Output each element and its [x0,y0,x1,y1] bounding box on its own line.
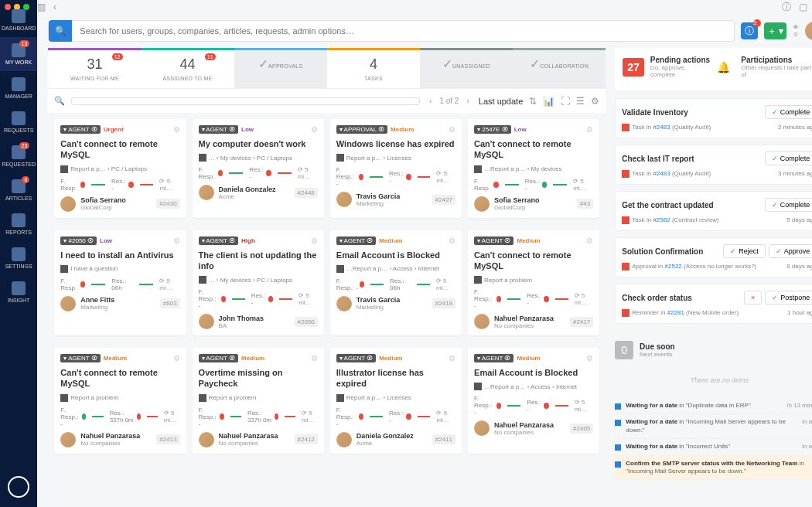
card-gear-icon[interactable]: ⚙ [449,125,455,134]
card-gear-icon[interactable]: ⚙ [173,354,180,362]
tab-assigned-to-me[interactable]: 44ASSIGNED TO ME11 [142,48,234,88]
event-row[interactable]: Confirm the SMTP server status with the … [615,456,812,481]
card-gear-icon[interactable]: ⚙ [173,236,180,245]
nav-label: MANAGER [5,94,32,99]
ticket-card[interactable]: ▾ AGENT ⦿Medium⚙Illustrator license has … [330,348,462,454]
ticket-card[interactable]: ▾ AGENT ⦿Urgent⚙Can't connect to remote … [54,119,186,218]
card-gear-icon[interactable]: ⚙ [586,354,593,362]
event-text: Waiting for a date in "Incoming Mail Ser… [626,418,797,434]
card-gear-icon[interactable]: ⚙ [449,354,455,362]
category-icon [199,154,206,162]
assignee-company: No companies [494,322,565,329]
card-gear-icon[interactable]: ⚙ [586,125,593,134]
card-breadcrumb: I have a question [60,265,179,273]
pending-actions-panel: 27 Pending actions Do, approve, complete… [615,48,812,90]
event-row[interactable]: Waiting for a date in "Incorrect Units"i… [615,439,812,455]
sidebar-item-requests[interactable]: REQUESTS [0,105,37,139]
ticket-card[interactable]: ▾ 2547E ⦿Low⚙Can't connect to remote MyS… [468,119,599,218]
pager[interactable]: ‹1 of 2› [426,95,473,107]
action-icon-button[interactable]: × [744,291,762,305]
action-postpone-button[interactable]: ✓Postpone [765,291,812,305]
sidebar-item-manager[interactable]: MANAGER [0,71,37,105]
user-avatar[interactable] [805,22,812,40]
sidebar-item-articles[interactable]: ARTICLES0 [0,173,37,207]
bell-icon: 🔔 [717,61,730,73]
gear-icon[interactable]: ⚙ [591,96,599,107]
tab-collaboration[interactable]: ✓COLLABORATION [513,48,606,88]
list-view-icon[interactable]: ☰ [576,96,585,107]
refresh-icon: ⟳ 5 mi… [436,277,455,291]
sidebar-item-reports[interactable]: REPORTS [0,207,37,241]
sidebar-item-requested[interactable]: REQUESTED23 [0,139,37,173]
back-icon[interactable]: ‹ [53,2,56,12]
assignee-company: GlobalCorp [80,204,152,211]
search-button[interactable]: 🔍 [49,20,72,42]
ticket-card[interactable]: ▾ AGENT ⦿Medium⚙Overtime missing on Payc… [193,348,324,454]
assignee-company: Acme [357,440,428,447]
category-icon [336,154,344,162]
window-icon[interactable]: ▢ [799,2,807,12]
ticket-card[interactable]: ▾ AGENT ⦿Medium⚙Can't connect to remote … [468,230,599,336]
action-ref-link[interactable]: #2582 [653,216,670,223]
sort-label[interactable]: Last update [479,97,524,106]
card-title: Can't connect to remote MySQL [474,138,593,161]
card-metrics: F. Resp.: -Res.: 337h 0m⟳ 5 mi… [60,407,179,427]
action-ref-link[interactable]: #2522 [665,263,682,270]
notifications-icon[interactable]: ⓘ3 [741,22,758,39]
task-icon [622,170,629,178]
search-input[interactable] [72,26,734,36]
card-tag: ▾ AGENT ⦿ [474,236,513,245]
category-icon [336,265,344,273]
action-ref-link[interactable]: #2483 [653,124,670,131]
nav-icon [12,213,26,227]
action-complete-button[interactable]: ✓Complete [765,105,812,119]
event-row[interactable]: Waiting for a date in "Incoming Mail Ser… [615,414,812,439]
action-ref-link[interactable]: #2281 [667,309,684,316]
ticket-card[interactable]: ▾ APPROVAL ⦿Medium⚙Windows license has e… [330,119,462,218]
tab-unassigned[interactable]: ✓UNASSIGNED [420,48,513,88]
chart-icon[interactable]: 📊 [543,96,554,107]
card-tag: ▾ AGENT ⦿ [474,354,513,362]
sidebar-item-insight[interactable]: INSIGHT [0,275,37,309]
category-icon [60,394,68,402]
action-complete-button[interactable]: ✓Complete [765,151,812,165]
event-row[interactable]: Waiting for a date in "Duplicate data in… [615,398,812,414]
assignee-name: Anne Fitts [80,296,155,304]
action-approve-button[interactable]: ✓Approve [769,244,812,258]
sort-icon[interactable]: ⇅ [529,96,537,107]
ticket-card[interactable]: ▾ #2050 ⦿Low⚙I need to install an Antivi… [54,230,186,336]
expand-icon[interactable]: ⛶ [561,96,570,107]
filter-input[interactable] [71,97,420,105]
action-complete-button[interactable]: ✓Complete [765,198,812,212]
card-gear-icon[interactable]: ⚙ [311,125,318,134]
nav-label: REPORTS [5,230,32,235]
ticket-card[interactable]: ▾ AGENT ⦿High⚙The client is not updating… [193,230,324,336]
card-gear-icon[interactable]: ⚙ [311,236,318,245]
sidebar-item-settings[interactable]: SETTINGS [0,241,37,275]
card-tag: ▾ AGENT ⦿ [336,236,376,245]
card-breadcrumb: …Report a p… › My devices [474,165,593,173]
card-metrics: F. Resp.: -Res.: 337h 0m⟳ 5 mi… [199,407,318,427]
search-icon[interactable]: 🔍 [54,96,65,106]
help-icon[interactable]: ⓘ [782,1,791,14]
ticket-card[interactable]: ▾ AGENT ⦿Low⚙My computer doesn't work… ›… [193,119,324,218]
sidebar-item-dashboard[interactable]: DASHBOARD [0,3,37,37]
tab-approvals[interactable]: ✓APPROVALS [234,48,327,88]
ticket-card[interactable]: ▾ AGENT ⦿Medium⚙Can't connect to remote … [54,348,186,454]
tab-tasks[interactable]: 4TASKS [327,48,420,88]
ticket-card[interactable]: ▾ AGENT ⦿Medium⚙Email Account is Blocked… [330,230,462,336]
action-reject-button[interactable]: ✓Reject [723,244,766,258]
action-ref-link[interactable]: #2483 [653,170,670,177]
action-title: Check order status [622,294,692,302]
card-gear-icon[interactable]: ⚙ [449,236,455,245]
tab-waiting-for-me[interactable]: 31WAITING FOR ME12 [48,48,141,88]
card-gear-icon[interactable]: ⚙ [311,354,318,362]
add-button[interactable]: ＋ ▾ [764,22,786,39]
ticket-card[interactable]: ▾ AGENT ⦿Medium⚙Email Account is Blocked… [468,348,599,454]
sidebar-toggle-icon[interactable]: ▥ [37,2,46,12]
card-tag: ▾ AGENT ⦿ [199,125,238,134]
card-gear-icon[interactable]: ⚙ [173,125,180,134]
card-title: I need to install an Antivirus [60,250,179,260]
card-gear-icon[interactable]: ⚙ [586,236,593,245]
sidebar-item-my-work[interactable]: MY WORK13 [0,37,37,71]
